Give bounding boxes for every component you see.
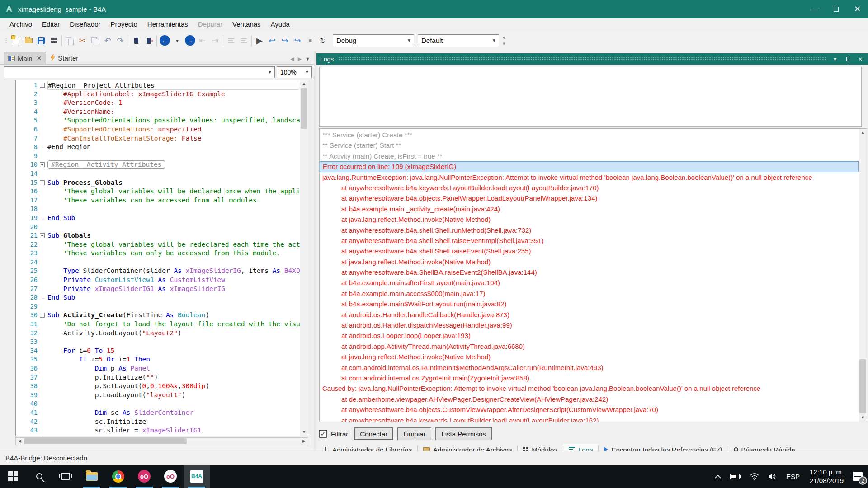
stop-button[interactable]: ■ (304, 34, 316, 47)
volume-icon[interactable] (764, 473, 781, 480)
log-line[interactable]: at java.lang.reflect.Method.invoke(Nativ… (320, 352, 859, 362)
editor-zoom-select[interactable]: 100% ▼ (277, 66, 312, 78)
log-line[interactable]: at anywheresoftware.b4a.keywords.LayoutB… (320, 415, 859, 422)
log-line[interactable]: at b4a.example.main._activity_create(mai… (320, 204, 859, 214)
log-line[interactable]: at anywheresoftware.b4a.ShellBA.raiseEve… (320, 267, 859, 277)
indent-button[interactable]: ⇥ (209, 34, 222, 47)
close-tab-icon[interactable]: ✕ (37, 55, 42, 62)
save-button[interactable] (35, 34, 47, 47)
panel-menu-icon[interactable]: ▾ (831, 56, 839, 62)
taskbar-chrome-button[interactable] (105, 465, 131, 488)
scrollbar-thumb[interactable] (859, 359, 866, 413)
taskbar-start-button[interactable] (0, 465, 26, 488)
expand-region-icon[interactable]: + (40, 162, 45, 167)
code-line[interactable]: 32 Activity.LoadLayout("Layout2") (16, 329, 300, 338)
scroll-down-icon[interactable]: ▼ (859, 414, 867, 422)
code-line[interactable]: 34 For i=0 To 15 (16, 347, 300, 356)
code-line[interactable]: 5 'SupportedOrientations possible values… (16, 116, 300, 125)
battery-icon[interactable] (726, 474, 745, 479)
collapse-region-icon[interactable]: − (40, 233, 45, 238)
code-line[interactable]: 23 'These variables can only be accessed… (16, 249, 300, 258)
resume-button[interactable]: ↪ (291, 34, 304, 47)
code-line[interactable]: 38 p.SetLayout(0,0,100%x,300dip) (16, 382, 300, 391)
code-line[interactable]: 4 #VersionName: (16, 108, 300, 117)
code-line[interactable]: 36 Dim p As Panel (16, 364, 300, 373)
modules-button[interactable] (47, 34, 60, 47)
code-line[interactable]: 21−Sub Globals (16, 231, 300, 240)
back-history-button[interactable]: ▾ (171, 34, 184, 47)
member-select[interactable]: ▼ (4, 66, 275, 78)
action-center-button[interactable]: 2 (850, 469, 865, 484)
code-line[interactable]: 28End Sub (16, 293, 300, 302)
code-line[interactable]: 8#End Region (16, 143, 300, 152)
log-line[interactable]: at b4a.example.main.afterFirstLayout(mai… (320, 277, 859, 288)
scrollbar-thumb[interactable] (24, 438, 187, 444)
code-editor[interactable]: 1−#Region Project Attributes2 #Applicati… (15, 80, 308, 436)
log-line[interactable]: at com.android.internal.os.ZygoteInit.ma… (320, 373, 859, 383)
language-indicator[interactable]: ESP (783, 473, 803, 480)
title-bar[interactable]: A ximagesliderig_sample - B4A — ✕ (0, 0, 868, 18)
menu-archivo[interactable]: Archivo (5, 18, 37, 30)
log-line[interactable]: *** Service (starter) Create *** (320, 130, 859, 140)
code-line[interactable]: 42 sc.Initialize (16, 418, 300, 427)
taskbar-b4a-button[interactable]: B4A (184, 465, 210, 488)
code-line[interactable]: 7 #CanInstallToExternalStorage: False (16, 134, 300, 143)
taskbar-clock[interactable]: 12:10 p. m. 21/08/2019 (805, 468, 848, 485)
log-line[interactable]: at java.lang.reflect.Method.invoke(Nativ… (320, 214, 859, 225)
fold-gutter[interactable]: − (38, 81, 47, 90)
toolbar-grip[interactable]: ⋮ (3, 37, 8, 44)
code-line[interactable]: 43 sc.slider = xImageSliderIG1 (16, 426, 300, 435)
code-line[interactable]: 41 Dim sc As SliderContainer (16, 408, 300, 418)
code-line[interactable]: 39 p.LoadLayout("layout1") (16, 391, 300, 400)
log-line[interactable]: at android.os.Looper.loop(Looper.java:19… (320, 330, 859, 341)
maximize-button[interactable] (826, 0, 847, 18)
scroll-down-icon[interactable]: ▼ (300, 428, 308, 436)
lista-permisos-button[interactable]: Lista Permisos (435, 427, 491, 440)
code-line[interactable]: 20 (16, 223, 300, 232)
wifi-icon[interactable] (746, 473, 763, 480)
minimize-button[interactable]: — (804, 0, 826, 18)
code-line[interactable]: 31 'Do not forget to load the layout fil… (16, 320, 300, 329)
code-line[interactable]: 17 'These variables can be accessed from… (16, 196, 300, 205)
selected-log-line[interactable]: Error occurred on line: 109 (xImageSlide… (320, 161, 859, 172)
code-line[interactable]: 6 #SupportedOrientations: unspecified (16, 125, 300, 134)
fold-gutter[interactable]: + (38, 160, 47, 169)
code-line[interactable]: 29 (16, 302, 300, 311)
menu-disenador[interactable]: Diseñador (65, 18, 105, 30)
code-line[interactable]: 22 'These global variables will be redec… (16, 240, 300, 249)
tab-scroll-right-icon[interactable]: ▶ (298, 56, 302, 62)
tab-list-dropdown-icon[interactable]: ▼ (305, 56, 310, 62)
log-line[interactable]: at anywheresoftware.b4a.keywords.LayoutB… (320, 183, 859, 193)
log-line[interactable]: at anywheresoftware.b4a.objects.CustomVi… (320, 404, 859, 415)
scroll-up-icon[interactable]: ▲ (300, 80, 308, 88)
code-line[interactable]: 19End Sub (16, 214, 300, 223)
code-line[interactable]: 24 (16, 258, 300, 267)
scroll-left-icon[interactable]: ◀ (16, 438, 24, 445)
fold-gutter[interactable]: − (38, 311, 47, 320)
code-line[interactable]: 15−Sub Process_Globals (16, 178, 300, 188)
scrollbar-thumb[interactable] (301, 88, 307, 129)
comment-button[interactable] (225, 34, 237, 47)
taskbar-genymotion-button[interactable]: oO (131, 465, 157, 488)
log-line[interactable]: Caused by: java.lang.NullPointerExceptio… (320, 383, 859, 394)
tray-expand-icon[interactable] (711, 474, 725, 479)
conectar-button[interactable]: Conectar (354, 427, 393, 440)
navigate-forward-button[interactable]: → (184, 34, 196, 47)
code-line[interactable]: 33 (16, 338, 300, 347)
rebuild-button[interactable]: ↻ (316, 34, 329, 47)
log-line[interactable]: at java.lang.reflect.Method.invoke(Nativ… (320, 257, 859, 267)
navigate-back-button[interactable]: ← (158, 34, 171, 47)
code-line[interactable]: 25 Type SliderContainer(slider As xImage… (16, 267, 300, 276)
log-line[interactable]: at anywheresoftware.b4a.objects.PanelWra… (320, 193, 859, 203)
fold-gutter[interactable]: − (38, 178, 47, 188)
redo-button[interactable]: ↷ (114, 34, 127, 47)
scroll-up-icon[interactable]: ▲ (859, 129, 867, 136)
menu-proyecto[interactable]: Proyecto (106, 18, 142, 30)
undo-button[interactable]: ↶ (101, 34, 114, 47)
editor-vertical-scrollbar[interactable]: ▲ ▼ (300, 80, 308, 436)
log-line[interactable]: ** Service (starter) Start ** (320, 140, 859, 150)
menu-herramientas[interactable]: Herramientas (142, 18, 193, 30)
run-button[interactable]: ▶ (253, 34, 266, 47)
menu-ayuda[interactable]: Ayuda (266, 18, 295, 30)
editor-horizontal-scrollbar[interactable]: ◀ ▶ (15, 437, 308, 445)
